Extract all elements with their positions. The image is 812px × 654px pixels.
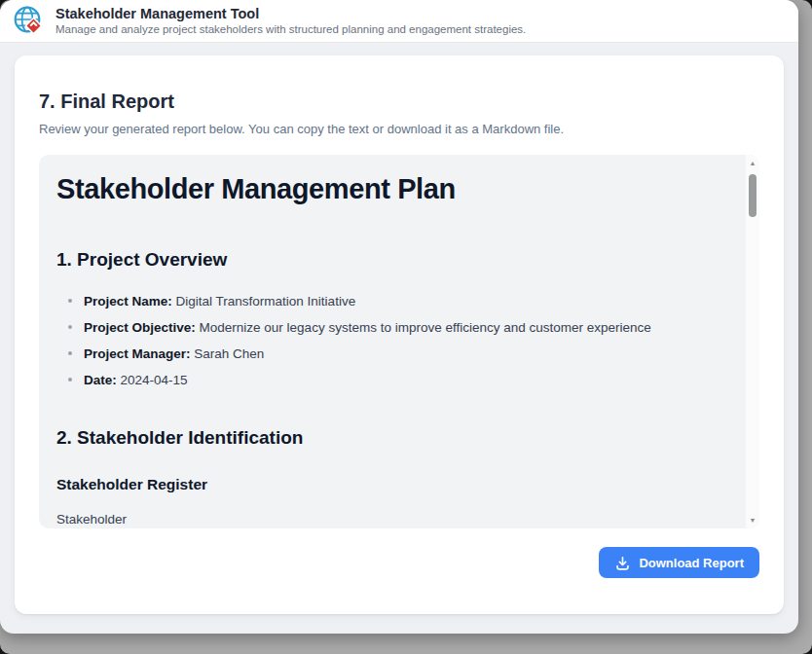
- bullet-value: Modernize our legacy systems to improve …: [200, 320, 651, 335]
- bullet-value: Digital Transformation Initiative: [176, 294, 356, 309]
- app-header: Stakeholder Management Tool Manage and a…: [0, 0, 798, 43]
- bullet-label: Project Name:: [84, 294, 172, 309]
- scrollbar-down-arrow[interactable]: ▼: [750, 517, 757, 524]
- scrollbar-thumb[interactable]: [749, 174, 757, 217]
- bullet-value: 2024-04-15: [121, 373, 188, 387]
- report-subheading-register: Stakeholder Register: [56, 476, 711, 493]
- bullet-label: Project Manager:: [84, 346, 191, 361]
- report-clipped-text: Stakeholder: [56, 511, 711, 527]
- list-item: Project Manager: Sarah Chen: [84, 345, 711, 362]
- app-window: Stakeholder Management Tool Manage and a…: [0, 0, 798, 634]
- app-subtitle: Manage and analyze project stakeholders …: [55, 23, 526, 37]
- list-item: Project Objective: Modernize our legacy …: [84, 319, 711, 336]
- bullet-label: Date:: [84, 373, 117, 387]
- list-item: Project Name: Digital Transformation Ini…: [84, 293, 711, 309]
- list-item: Date: 2024-04-15: [84, 372, 711, 388]
- final-report-card: 7. Final Report Review your generated re…: [15, 55, 784, 614]
- report-title: Stakeholder Management Plan: [56, 155, 711, 205]
- page-content: 7. Final Report Review your generated re…: [0, 43, 798, 627]
- download-button-label: Download Report: [639, 556, 744, 570]
- report-heading-overview: 1. Project Overview: [56, 249, 711, 271]
- scrollbar[interactable]: ▲ ▼: [746, 155, 759, 528]
- header-text: Stakeholder Management Tool Manage and a…: [55, 5, 526, 37]
- scrollbar-up-arrow[interactable]: ▲: [750, 160, 757, 166]
- report-heading-identification: 2. Stakeholder Identification: [56, 427, 711, 449]
- app-logo-icon: [12, 4, 47, 39]
- screen-backdrop: Stakeholder Management Tool Manage and a…: [0, 0, 812, 654]
- card-footer: Download Report: [39, 547, 759, 578]
- app-title: Stakeholder Management Tool: [55, 5, 526, 22]
- bullet-label: Project Objective:: [84, 320, 196, 335]
- download-report-button[interactable]: Download Report: [599, 547, 759, 578]
- section-title: 7. Final Report: [39, 55, 759, 113]
- bullet-value: Sarah Chen: [194, 346, 264, 361]
- section-subtitle: Review your generated report below. You …: [39, 122, 759, 136]
- report-content: Stakeholder Management Plan 1. Project O…: [39, 155, 759, 527]
- download-icon: [614, 555, 631, 571]
- overview-bullet-list: Project Name: Digital Transformation Ini…: [56, 293, 711, 388]
- report-preview-pane[interactable]: Stakeholder Management Plan 1. Project O…: [39, 155, 759, 528]
